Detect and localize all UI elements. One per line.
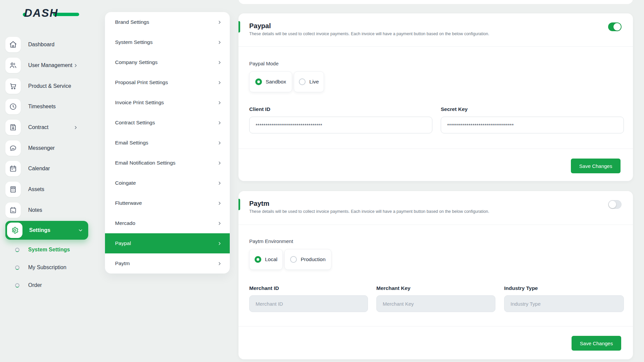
sidebar-item-product-service[interactable]: Product & Service: [5, 78, 89, 94]
chevron-right-icon: [217, 40, 222, 45]
paytm-card-description: These details will be used to collect in…: [249, 209, 489, 214]
submenu-item-mercado[interactable]: Mercado: [105, 213, 230, 233]
industry-type-label: Industry Type: [504, 285, 538, 291]
sidebar-subitem-order[interactable]: Order: [15, 282, 42, 289]
sidebar-item-messenger[interactable]: Messenger: [5, 140, 89, 156]
submenu-item-label: Mercado: [115, 220, 135, 226]
paytm-settings-card: Paytm These details will be used to coll…: [238, 191, 633, 359]
radio-option-label: Production: [301, 256, 325, 262]
chevron-right-icon: [73, 63, 78, 68]
merchant-key-label: Merchant Key: [376, 285, 411, 291]
submenu-item-email-settings[interactable]: Email Settings: [105, 133, 230, 153]
calendar-icon: [5, 161, 21, 176]
contract-icon: [5, 120, 21, 135]
chevron-right-icon: [217, 80, 222, 85]
chevron-right-icon: [217, 141, 222, 145]
submenu-item-label: Paytm: [115, 260, 130, 266]
card-accent-bar: [238, 199, 240, 210]
sidebar-item-contract[interactable]: Contract: [5, 120, 89, 135]
sidebar-item-label: Dashboard: [28, 42, 54, 48]
bullet-ring-icon: [15, 265, 19, 270]
sidebar-item-timesheets[interactable]: Timesheets: [5, 99, 89, 114]
chevron-down-icon: [78, 228, 83, 233]
sidebar-item-label: Calendar: [28, 166, 50, 172]
radio-option-label: Local: [265, 256, 277, 262]
paypal-enable-toggle[interactable]: [608, 22, 622, 31]
submenu-item-paytm[interactable]: Paytm: [105, 253, 230, 274]
sidebar-item-dashboard[interactable]: Dashboard: [5, 37, 89, 52]
radio-option-production[interactable]: Production: [284, 249, 331, 270]
submenu-item-system-settings[interactable]: System Settings: [105, 32, 230, 52]
calculator-icon: [5, 182, 21, 197]
chevron-right-icon: [217, 161, 222, 165]
cart-icon: [5, 78, 21, 94]
chat-icon: [5, 140, 21, 156]
industry-type-input[interactable]: [504, 295, 624, 312]
merchant-id-input[interactable]: [249, 295, 368, 312]
paypal-settings-card: Paypal These details will be used to col…: [238, 13, 633, 181]
paytm-card-title: Paytm: [249, 200, 269, 207]
bullet-ring-icon: [15, 283, 19, 288]
submenu-item-invoice-print-settings[interactable]: Invoice Print Settings: [105, 93, 230, 113]
sidebar-subitem-label: My Subscription: [28, 264, 66, 270]
submenu-item-email-notification-settings[interactable]: Email Notification Settings: [105, 153, 230, 173]
gear-icon: [7, 223, 22, 238]
submenu-item-label: Brand Settings: [115, 19, 149, 25]
submenu-item-coingate[interactable]: Coingate: [105, 173, 230, 193]
submenu-item-label: Company Settings: [115, 59, 158, 65]
submenu-item-label: Invoice Print Settings: [115, 100, 164, 106]
sidebar-subitem-my-subscription[interactable]: My Subscription: [15, 264, 66, 271]
notes-icon: [5, 202, 21, 218]
paytm-save-button[interactable]: Save Changes: [572, 336, 621, 351]
radio-option-live[interactable]: Live: [294, 71, 324, 92]
card-accent-bar: [238, 21, 240, 33]
users-icon: [5, 58, 21, 73]
paypal-card-title: Paypal: [249, 22, 271, 30]
submenu-item-proposal-print-settings[interactable]: Proposal Print Settings: [105, 72, 230, 93]
radio-option-sandbox[interactable]: Sandbox: [249, 71, 292, 92]
sidebar-item-notes[interactable]: Notes: [5, 202, 89, 218]
divider: [238, 148, 633, 149]
paypal-mode-label: Paypal Mode: [249, 61, 279, 66]
chevron-right-icon: [217, 221, 222, 226]
client-id-input[interactable]: [249, 117, 432, 133]
sidebar-item-user-management[interactable]: User Management: [5, 58, 89, 73]
submenu-item-label: Contract Settings: [115, 120, 155, 126]
divider: [238, 46, 633, 47]
submenu-item-company-settings[interactable]: Company Settings: [105, 52, 230, 72]
toggle-knob: [613, 23, 621, 31]
previous-card-edge: [238, 0, 633, 4]
sidebar-item-settings[interactable]: Settings: [5, 221, 88, 240]
paytm-enable-toggle[interactable]: [608, 200, 622, 209]
settings-submenu-panel: Brand Settings System Settings Company S…: [105, 12, 230, 274]
radio-unselected-icon: [299, 78, 306, 85]
submenu-item-brand-settings[interactable]: Brand Settings: [105, 12, 230, 32]
chevron-right-icon: [217, 121, 222, 125]
submenu-item-label: Coingate: [115, 180, 136, 186]
merchant-key-input[interactable]: [376, 295, 495, 312]
app-root: DASH Dashboard User Management Product &…: [0, 0, 644, 362]
sidebar-subitem-label: System Settings: [28, 247, 70, 253]
sidebar-item-label: Notes: [28, 207, 42, 213]
submenu-item-label: Paypal: [115, 240, 131, 246]
divider: [238, 225, 633, 225]
secret-key-input[interactable]: [441, 117, 624, 133]
submenu-item-flutterwave[interactable]: Flutterwave: [105, 193, 230, 213]
submenu-item-label: System Settings: [115, 39, 153, 45]
chevron-right-icon: [217, 181, 222, 185]
radio-selected-icon: [255, 256, 261, 263]
paypal-save-button[interactable]: Save Changes: [571, 159, 621, 173]
logo-text: DASH: [24, 7, 58, 19]
sidebar-item-label: User Management: [28, 62, 72, 68]
app-logo[interactable]: DASH: [24, 7, 78, 22]
submenu-item-paypal[interactable]: Paypal: [105, 233, 230, 253]
submenu-item-contract-settings[interactable]: Contract Settings: [105, 113, 230, 133]
radio-option-local[interactable]: Local: [249, 249, 283, 270]
sidebar-subitem-system-settings[interactable]: System Settings: [15, 246, 70, 253]
sidebar-item-label: Messenger: [28, 145, 55, 151]
sidebar-item-assets[interactable]: Assets: [5, 182, 89, 197]
sidebar-item-label: Contract: [28, 124, 48, 130]
sidebar-item-calendar[interactable]: Calendar: [5, 161, 89, 176]
secret-key-label: Secret Key: [441, 106, 468, 112]
paypal-card-description: These details will be used to collect in…: [249, 32, 489, 36]
